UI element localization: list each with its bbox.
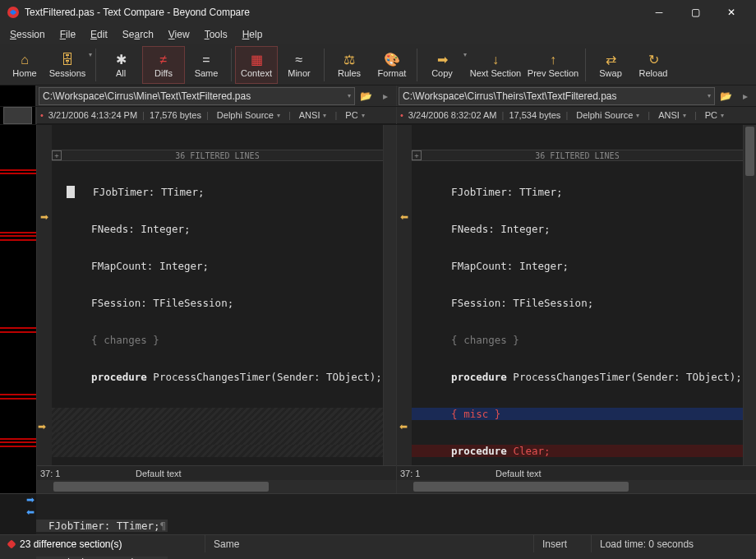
minimize-button[interactable]: ─ <box>641 0 677 25</box>
status-insert-mode: Insert <box>534 535 592 552</box>
status-same: Same <box>205 535 534 552</box>
left-vscroll[interactable] <box>383 125 396 465</box>
status-load-time: Load time: 0 seconds <box>592 535 756 552</box>
right-vscroll[interactable] <box>743 125 756 465</box>
left-hscroll[interactable] <box>37 480 396 493</box>
menu-search[interactable]: Search <box>116 27 160 42</box>
app-logo-icon <box>7 6 20 19</box>
right-open-button[interactable]: 📂 <box>717 87 735 105</box>
maximize-button[interactable]: ▢ <box>677 0 713 25</box>
menu-help[interactable]: Help <box>236 27 270 42</box>
prev-section-button[interactable]: ↑Prev Section <box>524 46 582 84</box>
left-cursor-pos: 37: 1 <box>37 469 86 478</box>
left-lang-dropdown[interactable]: Delphi Source▾ <box>214 110 284 120</box>
right-path-input[interactable]: C:\Workspace\Cirrus\Theirs\Text\TextFilt… <box>399 87 715 105</box>
next-section-button[interactable]: ↓Next Section <box>467 46 524 84</box>
right-eol-dropdown[interactable]: PC▾ <box>702 110 727 120</box>
left-bytes: 17,576 bytes <box>150 110 201 120</box>
right-date: 3/24/2006 8:32:02 AM <box>408 110 497 120</box>
merge-arrow-icon[interactable]: ➡ <box>38 421 46 432</box>
toolbar: ⌂Home 🗄Sessions ▾ ✱All ≠Diffs =Same ▦Con… <box>0 44 756 85</box>
left-enc-dropdown[interactable]: ANSI▾ <box>296 110 330 120</box>
fold-toggle[interactable]: + <box>412 150 422 160</box>
right-hscroll[interactable] <box>397 480 756 493</box>
menu-view[interactable]: View <box>162 27 196 42</box>
copy-button[interactable]: ➡Copy <box>421 46 463 84</box>
sessions-button[interactable]: 🗄Sessions <box>46 46 89 84</box>
left-open-button[interactable]: 📂 <box>357 87 375 105</box>
statusbar: 23 difference section(s) Same Insert Loa… <box>0 534 756 552</box>
left-status-text: Default text <box>86 469 396 478</box>
rules-button[interactable]: ⚖Rules <box>328 46 371 84</box>
diffs-button[interactable]: ≠Diffs <box>142 46 185 84</box>
right-bytes: 17,534 bytes <box>509 110 560 120</box>
window-title: TextFiltered.pas - Text Compare - Beyond… <box>25 7 641 18</box>
menu-session[interactable]: Session <box>3 27 52 42</box>
left-eol-dropdown[interactable]: PC▾ <box>342 110 367 120</box>
diff-count: 23 difference section(s) <box>20 538 122 550</box>
left-code-pane[interactable]: +36 FILTERED LINES FJobTimer: TTimer; FN… <box>52 125 383 465</box>
menu-tools[interactable]: Tools <box>198 27 234 42</box>
left-path-input[interactable]: C:\Workspace\Cirrus\Mine\Text\TextFilter… <box>39 87 355 105</box>
diff-indicator-icon <box>7 539 16 548</box>
format-button[interactable]: 🎨Format <box>371 46 413 84</box>
right-lang-dropdown[interactable]: Delphi Source▾ <box>573 110 643 120</box>
left-browse-button[interactable]: ▸ <box>376 87 394 105</box>
merge-arrow-icon[interactable]: ⬅ <box>399 421 408 432</box>
merge-detail-pane[interactable]: ➡ ⬅ FJobTimer: TTimer;¶ FJobTimer: TTime… <box>0 493 756 534</box>
right-cursor-pos: 37: 1 <box>397 469 446 478</box>
close-button[interactable]: ✕ <box>713 0 749 25</box>
left-date: 3/21/2006 4:13:24 PM <box>48 110 137 120</box>
menu-edit[interactable]: Edit <box>84 27 114 42</box>
reload-button[interactable]: ↻Reload <box>632 46 675 84</box>
menubar: Session File Edit Search View Tools Help <box>0 25 756 44</box>
right-browse-button[interactable]: ▸ <box>736 87 754 105</box>
home-button[interactable]: ⌂Home <box>3 46 46 84</box>
fold-toggle[interactable]: + <box>52 150 62 160</box>
minor-button[interactable]: ≈Minor <box>278 46 320 84</box>
right-status-text: Default text <box>446 469 756 478</box>
same-button[interactable]: =Same <box>185 46 228 84</box>
menu-file[interactable]: File <box>53 27 82 42</box>
thumbnail-strip[interactable] <box>0 125 36 493</box>
context-button[interactable]: ▦Context <box>235 46 278 84</box>
all-button[interactable]: ✱All <box>99 46 142 84</box>
swap-button[interactable]: ⇄Swap <box>589 46 632 84</box>
right-enc-dropdown[interactable]: ANSI▾ <box>655 110 689 120</box>
right-code-pane[interactable]: +36 FILTERED LINES FJobTimer: TTimer; FN… <box>412 125 743 465</box>
